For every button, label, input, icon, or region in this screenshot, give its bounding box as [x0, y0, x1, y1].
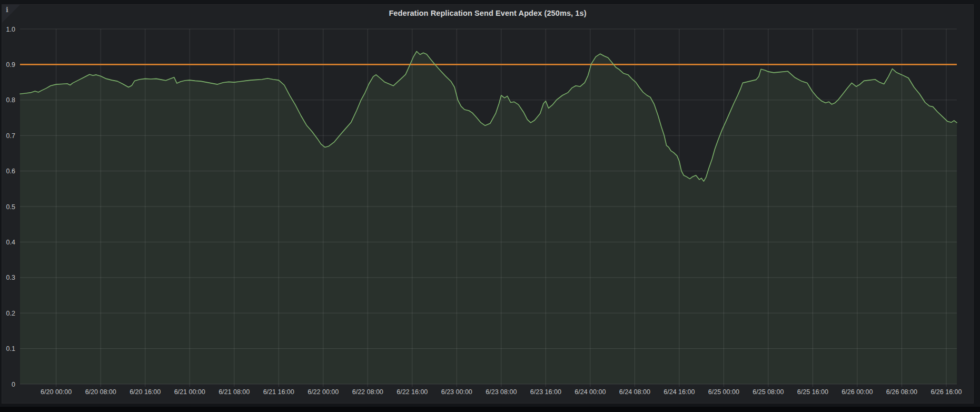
- x-tick-label: 6/25 16:00: [797, 388, 828, 396]
- y-tick-label: 0.6: [6, 168, 15, 175]
- plot-area[interactable]: [20, 29, 957, 384]
- y-tick-label: 0.2: [6, 310, 15, 317]
- x-tick-label: 6/20 16:00: [130, 388, 161, 396]
- x-tick-label: 6/22 00:00: [308, 388, 339, 396]
- x-tick-label: 6/23 08:00: [486, 388, 517, 396]
- x-tick-label: 6/25 00:00: [708, 388, 739, 396]
- y-tick-label: 0: [12, 381, 15, 388]
- y-tick-label: 0.8: [6, 96, 15, 104]
- y-tick-label: 0.5: [6, 203, 15, 211]
- time-series-chart: 1.00.90.80.70.60.50.40.30.20.10 6/20 00:…: [0, 0, 980, 412]
- y-tick-label: 0.9: [6, 61, 15, 68]
- y-tick-label: 0.4: [6, 239, 15, 246]
- x-tick-label: 6/26 08:00: [886, 388, 917, 396]
- x-tick-label: 6/24 00:00: [575, 388, 606, 396]
- x-tick-label: 6/20 00:00: [41, 388, 72, 396]
- x-tick-label: 6/21 08:00: [219, 388, 250, 396]
- y-tick-label: 0.7: [6, 132, 15, 140]
- x-axis-labels: 6/20 00:006/20 08:006/20 16:006/21 00:00…: [41, 388, 962, 396]
- x-tick-label: 6/22 16:00: [397, 388, 428, 396]
- y-axis-labels: 1.00.90.80.70.60.50.40.30.20.10: [6, 26, 15, 388]
- x-tick-label: 6/23 16:00: [530, 388, 561, 396]
- x-tick-label: 6/21 16:00: [263, 388, 294, 396]
- y-tick-label: 0.3: [6, 274, 15, 281]
- next-row-divider: [0, 407, 980, 412]
- x-tick-label: 6/24 08:00: [619, 388, 650, 396]
- x-tick-label: 6/21 00:00: [174, 388, 205, 396]
- x-tick-label: 6/25 08:00: [753, 388, 784, 396]
- x-tick-label: 6/23 00:00: [441, 388, 472, 396]
- x-tick-label: 6/22 08:00: [352, 388, 383, 396]
- x-tick-label: 6/24 16:00: [664, 388, 695, 396]
- y-tick-label: 0.1: [6, 345, 15, 352]
- page-background: { "panel": { "title": "Federation Replic…: [0, 0, 980, 412]
- x-tick-label: 6/26 16:00: [930, 388, 962, 396]
- x-tick-label: 6/20 08:00: [85, 388, 116, 396]
- x-tick-label: 6/26 00:00: [842, 388, 873, 396]
- y-tick-label: 1.0: [6, 26, 15, 33]
